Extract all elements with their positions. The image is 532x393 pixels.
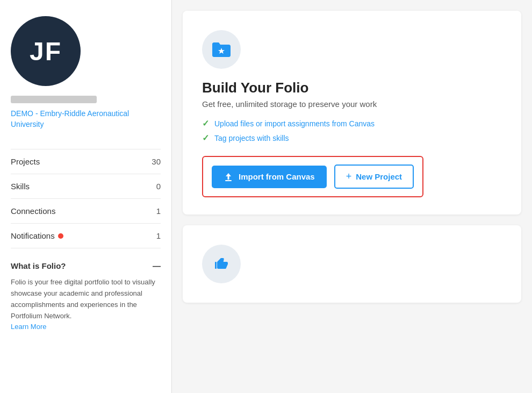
feature-item-1: ✓ Tag projects with skills [202,133,502,143]
folder-star-icon [211,41,232,58]
folio-section: What is Folio? — Folio is your free digi… [11,261,161,333]
folio-title: What is Folio? [11,261,66,270]
new-project-button[interactable]: + New Project [334,165,414,189]
stats-list: Projects 30 Skills 0 Connections 1 Notif… [11,149,161,248]
thumbs-icon-wrapper [202,245,241,283]
stat-row-notifications[interactable]: Notifications 1 [11,224,161,248]
stat-row-projects[interactable]: Projects 30 [11,149,161,174]
build-subtitle: Get free, unlimited storage to preserve … [202,99,502,109]
svg-rect-2 [215,262,217,269]
folio-description: Folio is your free digital portfolio too… [11,277,161,333]
stat-label-projects: Projects [11,157,40,166]
stat-value-notifications: 1 [156,231,161,240]
avatar-section: JF DEMO - Embry-Riddle Aeronautical Univ… [11,16,161,130]
avatar: JF [11,16,81,86]
folio-header[interactable]: What is Folio? — [11,261,161,270]
stat-value-projects: 30 [152,157,161,166]
stat-row-connections[interactable]: Connections 1 [11,199,161,224]
upload-icon [224,172,233,182]
learn-more-link[interactable]: Learn More [11,323,46,331]
sidebar: JF DEMO - Embry-Riddle Aeronautical Univ… [0,0,172,393]
stat-value-connections: 1 [156,206,161,216]
thumbs-up-icon [211,254,232,274]
import-canvas-button[interactable]: Import from Canvas [212,166,327,188]
name-bar [11,96,97,103]
check-icon-1: ✓ [202,133,209,143]
action-area: Import from Canvas + New Project [202,156,423,197]
stat-label-connections: Connections [11,206,55,216]
folio-icon-wrapper [202,30,241,69]
notification-dot [58,233,63,239]
feature-list: ✓ Upload files or import assignments fro… [202,118,502,143]
build-title: Build Your Folio [202,80,502,96]
svg-rect-1 [225,180,232,181]
stat-label-notifications: Notifications [11,231,63,240]
feature-item-0: ✓ Upload files or import assignments fro… [202,118,502,128]
stat-value-skills: 0 [156,182,161,191]
stat-row-skills[interactable]: Skills 0 [11,174,161,199]
check-icon-0: ✓ [202,118,209,128]
build-folio-card: Build Your Folio Get free, unlimited sto… [183,11,521,215]
plus-icon: + [346,171,352,182]
stat-label-skills: Skills [11,182,30,191]
folio-collapse-icon: — [153,261,161,270]
thumbs-card [183,225,521,303]
main-content: Build Your Folio Get free, unlimited sto… [172,0,532,393]
university-link[interactable]: DEMO - Embry-Riddle Aeronautical Univers… [11,109,161,130]
